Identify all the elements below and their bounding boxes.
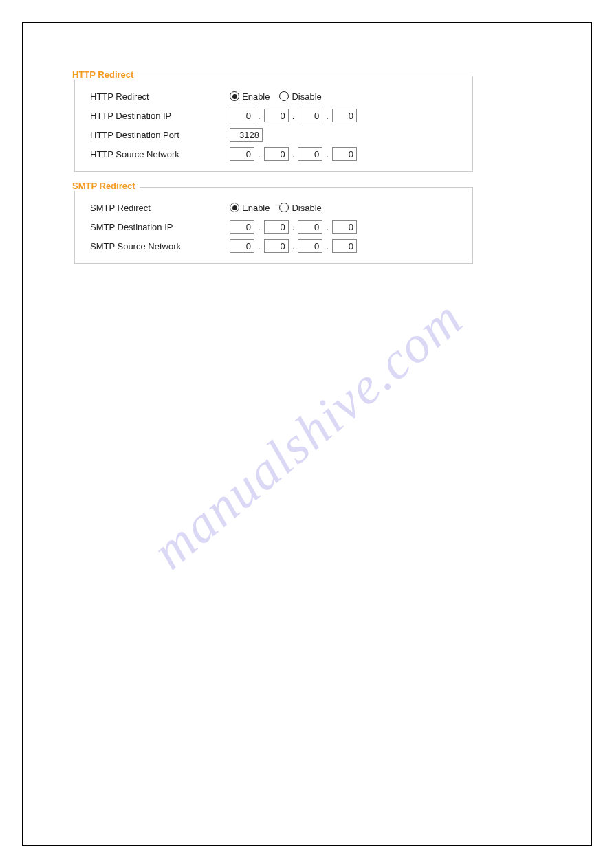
http-dest-ip-octet-3[interactable] bbox=[332, 109, 357, 122]
smtp-redirect-enable-radio[interactable] bbox=[230, 203, 239, 212]
http-dest-ip-inputs: . . . bbox=[230, 109, 357, 122]
http-src-net-octet-0[interactable] bbox=[230, 147, 254, 161]
http-src-net-octet-2[interactable] bbox=[298, 147, 322, 161]
smtp-src-net-octet-2[interactable] bbox=[298, 239, 322, 253]
http-dest-ip-octet-2[interactable] bbox=[298, 109, 322, 122]
http-dest-port-inputs bbox=[230, 128, 263, 142]
smtp-dest-ip-octet-1[interactable] bbox=[264, 220, 289, 234]
http-dest-ip-row: HTTP Destination IP . . . bbox=[82, 107, 465, 124]
smtp-dest-ip-inputs: . . . bbox=[230, 220, 357, 234]
dot-separator: . bbox=[257, 111, 261, 121]
dot-separator: . bbox=[292, 111, 296, 121]
http-redirect-enable-radio[interactable] bbox=[230, 91, 239, 101]
http-dest-port-label: HTTP Destination Port bbox=[82, 130, 230, 140]
smtp-src-net-octet-1[interactable] bbox=[264, 239, 289, 253]
http-redirect-disable-label: Disable bbox=[292, 91, 321, 102]
dot-separator: . bbox=[257, 241, 261, 252]
smtp-dest-ip-octet-0[interactable] bbox=[230, 220, 254, 234]
smtp-src-net-row: SMTP Source Network . . . bbox=[82, 237, 465, 255]
dot-separator: . bbox=[325, 241, 329, 252]
smtp-redirect-row: SMTP Redirect Enable Disable bbox=[82, 199, 465, 216]
http-redirect-title: HTTP Redirect bbox=[72, 69, 138, 80]
smtp-dest-ip-label: SMTP Destination IP bbox=[82, 222, 230, 232]
http-src-net-octet-1[interactable] bbox=[264, 147, 289, 161]
http-dest-ip-octet-1[interactable] bbox=[264, 109, 289, 122]
dot-separator: . bbox=[257, 222, 261, 232]
smtp-src-net-octet-3[interactable] bbox=[332, 239, 357, 253]
smtp-redirect-label: SMTP Redirect bbox=[82, 203, 230, 213]
smtp-redirect-title: SMTP Redirect bbox=[72, 181, 140, 191]
http-dest-ip-octet-0[interactable] bbox=[230, 109, 254, 122]
smtp-redirect-section: SMTP Redirect SMTP Redirect Enable Disab… bbox=[74, 187, 473, 264]
dot-separator: . bbox=[325, 149, 329, 159]
smtp-redirect-disable-label: Disable bbox=[292, 203, 321, 213]
smtp-dest-ip-octet-3[interactable] bbox=[332, 220, 357, 234]
smtp-src-net-label: SMTP Source Network bbox=[82, 241, 230, 252]
http-redirect-disable-radio[interactable] bbox=[279, 91, 289, 101]
smtp-redirect-disable-radio[interactable] bbox=[279, 203, 289, 212]
http-dest-port-input[interactable] bbox=[230, 128, 263, 142]
http-redirect-radio-group: Enable Disable bbox=[230, 91, 329, 102]
http-dest-ip-label: HTTP Destination IP bbox=[82, 111, 230, 121]
dot-separator: . bbox=[292, 241, 296, 252]
smtp-src-net-octet-0[interactable] bbox=[230, 239, 254, 253]
smtp-dest-ip-row: SMTP Destination IP . . . bbox=[82, 218, 465, 236]
http-redirect-label: HTTP Redirect bbox=[82, 91, 230, 102]
dot-separator: . bbox=[292, 149, 296, 159]
http-redirect-enable-label: Enable bbox=[242, 91, 270, 102]
dot-separator: . bbox=[325, 222, 329, 232]
dot-separator: . bbox=[325, 111, 329, 121]
smtp-redirect-radio-group: Enable Disable bbox=[230, 203, 329, 213]
smtp-redirect-enable-label: Enable bbox=[242, 203, 270, 213]
smtp-dest-ip-octet-2[interactable] bbox=[298, 220, 322, 234]
http-redirect-section: HTTP Redirect HTTP Redirect Enable Disab… bbox=[74, 76, 473, 172]
http-dest-port-row: HTTP Destination Port bbox=[82, 126, 465, 144]
content-area: HTTP Redirect HTTP Redirect Enable Disab… bbox=[74, 76, 542, 279]
http-src-net-inputs: . . . bbox=[230, 147, 357, 161]
http-redirect-row: HTTP Redirect Enable Disable bbox=[82, 87, 465, 105]
smtp-src-net-inputs: . . . bbox=[230, 239, 357, 253]
http-src-net-octet-3[interactable] bbox=[332, 147, 357, 161]
http-src-net-label: HTTP Source Network bbox=[82, 149, 230, 159]
dot-separator: . bbox=[257, 149, 261, 159]
dot-separator: . bbox=[292, 222, 296, 232]
http-src-net-row: HTTP Source Network . . . bbox=[82, 145, 465, 163]
